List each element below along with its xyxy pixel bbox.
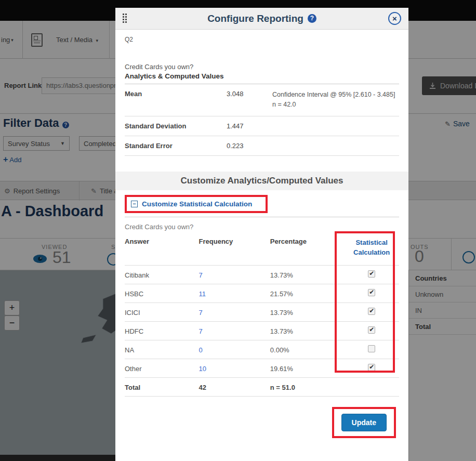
answer-row: ICICI 7 13.73% (125, 303, 399, 322)
stat-calc-checkbox[interactable] (368, 364, 375, 371)
update-button[interactable]: Update (341, 414, 387, 431)
analytics-rows: Mean 3.048 Confidence Interval @ 95% [2.… (125, 84, 399, 156)
answers-table: Answer Frequency Percentage Statistical … (125, 232, 399, 397)
answer-row: HSBC 11 21.57% (125, 284, 399, 303)
stat-calc-checkbox[interactable] (368, 289, 375, 296)
answer-row: NA 0 0.00% (125, 340, 399, 359)
annotation-box-stat-calc: − Customize Statistical Calculation (125, 195, 268, 213)
answer-row: Citibank 7 13.73% (125, 266, 399, 284)
customize-section-heading: Customize Analytics/Computed Values (115, 172, 408, 190)
question-code: Q2 (125, 36, 399, 43)
stat-calc-checkbox[interactable] (368, 345, 375, 352)
analytics-row: Standard Deviation 1.447 (125, 116, 399, 136)
question-text-repeat: Credit Cards you own? (125, 223, 399, 231)
customize-statistical-calculation-link[interactable]: − Customize Statistical Calculation (131, 200, 252, 208)
stat-calc-checkbox[interactable] (368, 326, 375, 334)
annotation-box-update: Update (332, 407, 396, 438)
question-text: Credit Cards you own? (125, 63, 399, 71)
update-row: Update (125, 407, 396, 438)
stat-calc-checkbox[interactable] (368, 270, 375, 278)
divider (125, 217, 399, 217)
modal-header: Configure Reporting ? × (115, 8, 408, 30)
frequency-link[interactable]: 10 (199, 359, 270, 377)
analytics-row: Standard Error 0.223 (125, 136, 399, 156)
modal-body: Q2 Credit Cards you own? Analytics & Com… (115, 36, 408, 461)
answer-row: Other 10 19.61% (125, 359, 399, 378)
frequency-link[interactable]: 7 (199, 266, 270, 284)
frequency-link[interactable]: 7 (199, 322, 270, 340)
modal-title: Configure Reporting ? (207, 13, 316, 24)
drag-handle-icon[interactable] (123, 14, 127, 23)
frequency-link[interactable]: 11 (199, 284, 270, 302)
header-answer: Answer (125, 238, 199, 245)
total-row: Total 42 n = 51.0 (125, 378, 399, 397)
help-icon[interactable]: ? (308, 14, 316, 23)
frequency-link[interactable]: 0 (199, 340, 270, 359)
header-percentage: Percentage (270, 238, 345, 245)
analytics-heading: Analytics & Computed Values (125, 72, 399, 84)
screen: ing ▾ Text / Media ▾ Report Link https:/… (0, 0, 476, 461)
answers-table-body: Citibank 7 13.73% HSBC 11 21.57% ICICI 7… (125, 266, 399, 378)
close-icon[interactable]: × (388, 12, 401, 25)
frequency-link[interactable]: 7 (199, 303, 270, 321)
header-frequency: Frequency (199, 238, 270, 245)
analytics-row: Mean 3.048 Confidence Interval @ 95% [2.… (125, 84, 399, 116)
stat-calc-checkbox[interactable] (368, 308, 375, 315)
answer-row: HDFC 7 13.73% (125, 322, 399, 340)
answers-table-header: Answer Frequency Percentage Statistical … (125, 232, 399, 266)
header-statistical-calculation: Statistical Calculation (344, 238, 399, 258)
configure-reporting-modal: Configure Reporting ? × Q2 Credit Cards … (115, 8, 408, 461)
collapse-icon[interactable]: − (131, 201, 138, 207)
